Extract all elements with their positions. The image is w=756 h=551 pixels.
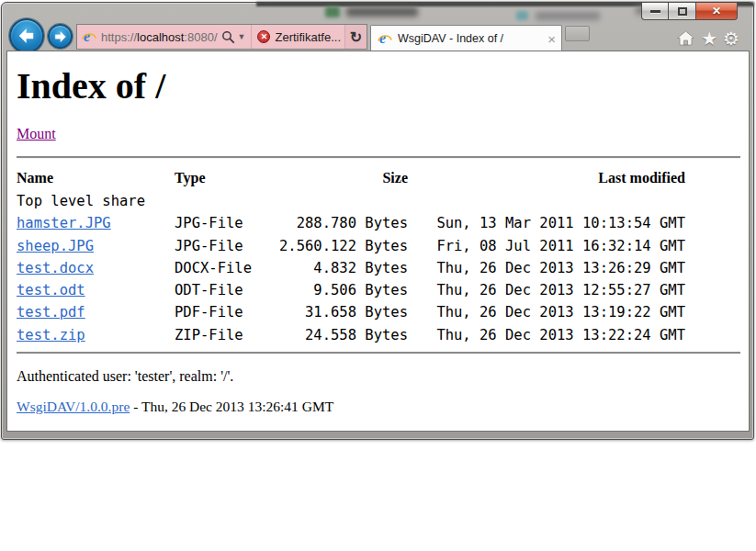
file-modified: Thu, 26 Dec 2013 13:26:29 GMT [408, 257, 685, 279]
certificate-error-button[interactable]: ✕ Zertifikatfe... [251, 25, 344, 49]
table-row: test.pdf PDF-File 31.658 Bytes Thu, 26 D… [17, 301, 685, 323]
auth-status-line: Authenticated user: 'tester', realm: '/'… [17, 367, 740, 385]
divider-top [17, 156, 740, 159]
share-note: Top level share [17, 190, 685, 212]
file-listing-table: NameTypeSizeLast modified Top level shar… [17, 166, 685, 346]
tab-close-icon[interactable]: × [547, 32, 556, 46]
background-blur-text [346, 7, 418, 17]
file-modified: Sun, 13 Mar 2011 10:13:54 GMT [408, 212, 685, 234]
wsgidav-index-page: Index of / Mount NameTypeSizeLast modifi… [7, 66, 749, 415]
file-link[interactable]: test.docx [17, 260, 94, 276]
table-row: test.zip ZIP-File 24.558 Bytes Thu, 26 D… [17, 324, 685, 346]
forward-arrow-icon [53, 30, 67, 43]
address-bar[interactable]: e https://localhost:8080/ ▼ ✕ Zertifikat… [76, 24, 367, 50]
file-size: 288.780 Bytes [267, 212, 408, 234]
url-rest: :8080/ [184, 30, 217, 44]
file-link[interactable]: sheep.JPG [17, 238, 94, 254]
forward-button[interactable] [48, 24, 73, 49]
file-size: 9.506 Bytes [267, 279, 408, 301]
command-bar: ★ ⚙ [676, 29, 739, 48]
close-window-button[interactable]: ✕ [696, 3, 738, 20]
back-arrow-icon [17, 28, 36, 44]
table-header-row: NameTypeSizeLast modified [17, 166, 685, 190]
search-icon[interactable] [221, 30, 235, 44]
file-modified: Thu, 26 Dec 2013 12:55:27 GMT [408, 279, 685, 301]
file-size: 31.658 Bytes [267, 301, 408, 323]
background-blur-text [536, 12, 600, 20]
close-icon: ✕ [712, 6, 721, 17]
file-link[interactable]: test.pdf [17, 304, 85, 320]
column-header: Type [175, 166, 267, 190]
svg-text:e: e [84, 29, 90, 44]
file-type: ODT-File [175, 279, 267, 301]
settings-gear-icon[interactable]: ⚙ [723, 29, 739, 48]
table-row: sheep.JPG JPG-File 2.560.122 Bytes Fri, … [17, 235, 685, 257]
file-type: JPG-File [175, 212, 267, 234]
tab-wsgidav[interactable]: e WsgiDAV - Index of / × [370, 25, 562, 51]
svg-text:e: e [379, 31, 386, 46]
table-row: test.odt ODT-File 9.506 Bytes Thu, 26 De… [17, 279, 685, 301]
file-type: JPG-File [175, 235, 267, 257]
table-row: hamster.JPG JPG-File 288.780 Bytes Sun, … [17, 212, 685, 234]
tab-title: WsgiDAV - Index of / [398, 32, 544, 45]
back-button[interactable] [9, 18, 44, 53]
file-modified: Fri, 08 Jul 2011 16:32:14 GMT [408, 235, 685, 257]
window-controls: ✕ [641, 3, 738, 20]
screenshot-stage: ✕ e https://localhost:8080/ ▼ [0, 0, 756, 551]
refresh-icon: ↻ [350, 28, 362, 46]
url-scheme: https:// [101, 30, 137, 44]
url-text[interactable]: https://localhost:8080/ [101, 30, 218, 44]
ie-favicon: e [82, 29, 96, 44]
certificate-error-icon: ✕ [257, 30, 270, 43]
file-size: 24.558 Bytes [267, 324, 408, 346]
file-modified: Thu, 26 Dec 2013 13:19:22 GMT [408, 301, 685, 323]
search-dropdown-caret-icon[interactable]: ▼ [238, 32, 246, 41]
certificate-error-label: Zertifikatfe... [275, 30, 341, 44]
server-signature-line: WsgiDAV/1.0.0.pre - Thu, 26 Dec 2013 13:… [17, 398, 740, 415]
file-link[interactable]: test.odt [17, 282, 85, 298]
page-title: Index of / [17, 66, 740, 107]
ie-tab-icon: e [378, 31, 392, 46]
file-link[interactable]: hamster.JPG [17, 215, 111, 231]
wsgidav-version-link[interactable]: WsgiDAV/1.0.0.pre [17, 399, 130, 414]
background-blur-icon [516, 11, 528, 20]
browser-window: ✕ e https://localhost:8080/ ▼ [1, 2, 754, 440]
refresh-button[interactable]: ↻ [344, 25, 367, 49]
column-header: Size [267, 166, 408, 190]
page-viewport: Index of / Mount NameTypeSizeLast modifi… [6, 51, 750, 432]
favorites-star-icon[interactable]: ★ [701, 29, 717, 48]
new-tab-button[interactable] [565, 26, 590, 41]
mount-link[interactable]: Mount [17, 126, 56, 141]
table-note-row: Top level share [17, 190, 685, 212]
maximize-button[interactable] [669, 3, 696, 20]
column-header: Name [17, 166, 175, 190]
file-type: ZIP-File [175, 324, 267, 346]
divider-bottom [17, 352, 740, 354]
file-link[interactable]: test.zip [17, 327, 85, 343]
maximize-icon [678, 7, 687, 16]
file-size: 2.560.122 Bytes [267, 235, 408, 257]
column-header: Last modified [408, 166, 685, 190]
background-blur-icon [325, 6, 340, 17]
server-timestamp: - Thu, 26 Dec 2013 13:26:41 GMT [130, 399, 333, 414]
file-type: PDF-File [175, 301, 267, 323]
minimize-icon [650, 10, 660, 13]
minimize-button[interactable] [641, 3, 669, 20]
file-type: DOCX-File [175, 257, 267, 279]
file-size: 4.832 Bytes [267, 257, 408, 279]
url-host: localhost [137, 30, 184, 44]
home-icon[interactable] [676, 29, 695, 48]
table-row: test.docx DOCX-File 4.832 Bytes Thu, 26 … [17, 257, 685, 279]
file-modified: Thu, 26 Dec 2013 13:22:24 GMT [408, 324, 685, 346]
